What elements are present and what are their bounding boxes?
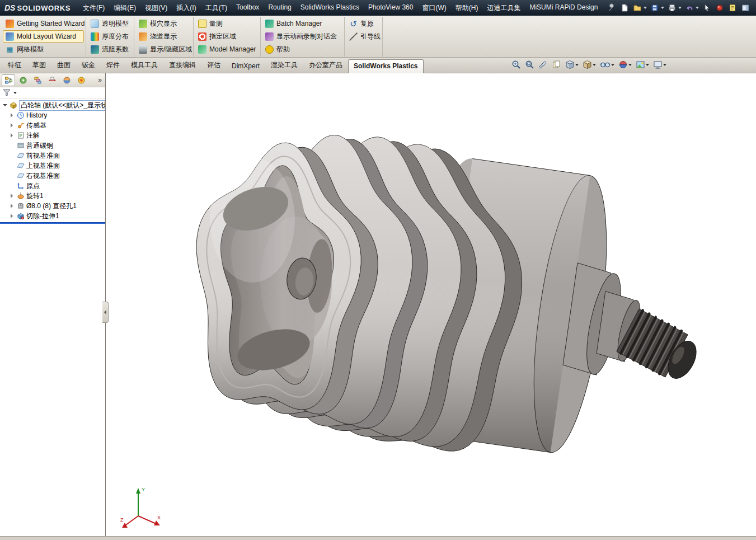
menu-window[interactable]: 窗口(W) (417, 0, 450, 16)
filter-funnel-icon[interactable] (3, 89, 11, 96)
menu-help[interactable]: 帮助(H) (451, 0, 483, 16)
select-pointer-icon[interactable] (701, 2, 713, 14)
tab-weldments[interactable]: 焊件 (101, 58, 125, 73)
display-style-caret[interactable] (593, 64, 596, 66)
tree-item-material[interactable]: 普通碳钢 (0, 140, 105, 151)
view-orientation-icon[interactable] (565, 60, 579, 69)
tree-item-history[interactable]: History (0, 110, 105, 120)
expand-arrow-icon[interactable] (2, 102, 7, 108)
tree-item-top-plane[interactable]: 上视基准面 (0, 161, 105, 171)
ribbon-specify-region[interactable]: 指定区域 (195, 30, 259, 43)
filter-caret[interactable] (13, 92, 17, 94)
ribbon-mold-layout-wizard[interactable]: Mold Layout Wizard (3, 30, 84, 43)
dimxpertmanager-tab-icon[interactable] (45, 74, 59, 86)
ribbon-thickness-distribution[interactable]: 厚度分布 (88, 30, 132, 43)
previous-view-icon[interactable] (552, 60, 561, 69)
tree-item-right-plane[interactable]: 右视基准面 (0, 171, 105, 181)
expand-arrow-icon[interactable] (10, 203, 15, 209)
record-icon[interactable] (713, 2, 726, 14)
menu-insert[interactable]: 插入(I) (172, 0, 200, 16)
ribbon-flow-resistance[interactable]: 流阻系数 (88, 43, 132, 55)
displaymanager-tab-icon[interactable] (60, 74, 73, 86)
menu-photoview-360[interactable]: PhotoView 360 (364, 0, 418, 16)
ribbon-guide-line[interactable]: 引导线 (346, 30, 381, 43)
expand-arrow-icon[interactable] (10, 112, 15, 118)
hide-show-items-icon[interactable] (600, 60, 614, 69)
menu-edit[interactable]: 编辑(E) (109, 0, 140, 16)
print-dropdown-caret[interactable] (678, 7, 682, 9)
panel-splitter-handle[interactable] (102, 302, 109, 323)
ribbon-transparent-model[interactable]: 透明模型 (88, 17, 132, 30)
expand-arrow-icon[interactable] (10, 213, 15, 219)
rollback-bar[interactable] (0, 222, 105, 224)
featuremanager-tab-icon[interactable] (2, 74, 15, 86)
menu-maidi-tools[interactable]: 迈迪工具集 (482, 0, 525, 16)
undo-icon[interactable] (683, 2, 696, 14)
propertymanager-tab-icon[interactable] (16, 74, 30, 86)
apply-scene-caret[interactable] (646, 64, 649, 66)
open-dropdown-caret[interactable] (644, 7, 647, 9)
ribbon-mesh-model[interactable]: ▦ 网格模型 (3, 43, 84, 55)
apply-scene-icon[interactable] (636, 60, 649, 69)
menu-misumi-rapid-design[interactable]: MiSUMi RAPiD Design (525, 0, 602, 16)
tab-sheet-metal[interactable]: 钣金 (76, 58, 101, 73)
hide-show-items-caret[interactable] (611, 64, 614, 66)
tab-render-tools[interactable]: 渲染工具 (265, 58, 303, 73)
save-icon[interactable] (649, 2, 661, 14)
tab-surface[interactable]: 曲面 (51, 58, 76, 73)
tree-item-part[interactable]: 凸轮轴 (默认<<默认>_显示状态) (0, 100, 105, 110)
ribbon-animation-record-dialog[interactable]: 显示动画录制对话盒 (262, 30, 342, 43)
toolbox-wrench-icon[interactable] (605, 2, 618, 14)
menu-tools[interactable]: 工具(T) (201, 0, 232, 16)
panel-expand-chevron-icon[interactable]: » (96, 76, 104, 84)
tab-mold-tools[interactable]: 模具工具 (125, 58, 163, 73)
expand-arrow-icon[interactable] (10, 123, 15, 128)
ribbon-runner-display[interactable]: 浇道显示 (136, 30, 191, 43)
properties-document-icon[interactable] (726, 2, 739, 14)
new-document-icon[interactable] (618, 2, 631, 14)
save-dropdown-caret[interactable] (661, 7, 664, 9)
edit-appearance-caret[interactable] (628, 64, 632, 66)
tab-direct-edit[interactable]: 直接编辑 (163, 58, 201, 73)
view-orientation-caret[interactable] (575, 64, 579, 66)
zoom-area-icon[interactable] (525, 60, 534, 69)
configurationmanager-tab-icon[interactable] (31, 74, 44, 86)
task-pane-icon[interactable] (739, 2, 752, 14)
menu-view[interactable]: 视图(V) (140, 0, 172, 16)
menu-solidworks-plastics[interactable]: SolidWorks Plastics (296, 0, 364, 16)
ribbon-measure[interactable]: 量测 (195, 17, 259, 30)
ribbon-getting-started-wizard[interactable]: Getting Started Wizard (3, 17, 84, 30)
print-icon[interactable] (666, 2, 678, 14)
ribbon-cavity-display[interactable]: 模穴显示 (136, 17, 191, 30)
tree-item-front-plane[interactable]: 前视基准面 (0, 151, 105, 161)
tab-dimxpert[interactable]: DimXpert (226, 59, 265, 73)
ribbon-plastics-help[interactable]: 帮助 (262, 43, 342, 55)
ribbon-model-manager[interactable]: Model Manager (195, 43, 259, 55)
tab-office-products[interactable]: 办公室产品 (303, 58, 348, 73)
view-settings-icon[interactable] (653, 60, 666, 69)
tree-item-sensors[interactable]: 传感器 (0, 120, 105, 130)
ribbon-restore[interactable]: ↺ 复原 (346, 17, 381, 30)
ribbon-show-hide-region[interactable]: 显示/隐藏区域 (136, 43, 191, 55)
menu-routing[interactable]: Routing (264, 0, 295, 16)
expand-arrow-icon[interactable] (10, 133, 15, 138)
graphics-area[interactable]: Y X Z (106, 73, 756, 536)
tab-evaluate[interactable]: 评估 (201, 58, 226, 73)
tree-item-cut-extrude1[interactable]: 切除-拉伸1 (0, 211, 105, 221)
tab-sketch[interactable]: 草图 (27, 58, 51, 73)
open-document-icon[interactable] (631, 2, 644, 14)
tree-item-annotations[interactable]: 注解 (0, 130, 105, 140)
menu-file[interactable]: 文件(F) (78, 0, 109, 16)
menu-toolbox[interactable]: Toolbox (232, 0, 264, 16)
section-view-icon[interactable] (538, 60, 548, 69)
tab-solidworks-plastics[interactable]: SolidWorks Plastics (348, 59, 424, 73)
undo-dropdown-caret[interactable] (696, 7, 699, 9)
edit-appearance-icon[interactable] (618, 60, 632, 69)
view-settings-caret[interactable] (663, 64, 666, 66)
tab-feature[interactable]: 特征 (2, 58, 27, 73)
tree-item-hole1[interactable]: Ø8.0 (8) 直径孔1 (0, 201, 105, 211)
display-style-icon[interactable] (583, 60, 596, 69)
ribbon-batch-manager[interactable]: Batch Manager (262, 17, 342, 30)
expand-arrow-icon[interactable] (10, 193, 15, 199)
tree-item-origin[interactable]: 原点 (0, 181, 105, 191)
